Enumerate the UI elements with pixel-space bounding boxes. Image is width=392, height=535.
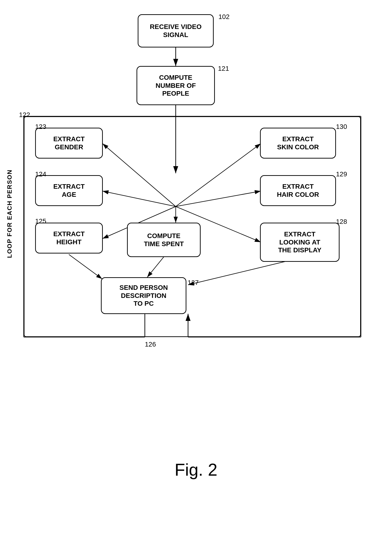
extract-skin-box: EXTRACTSKIN COLOR <box>260 128 336 159</box>
extract-looking-box: EXTRACTLOOKING ATTHE DISPLAY <box>260 223 340 262</box>
ref-102: 102 <box>218 13 230 21</box>
extract-gender-box: EXTRACTGENDER <box>35 128 103 159</box>
send-person-box: SEND PERSONDESCRIPTIONTO PC <box>101 277 186 314</box>
receive-video-box: RECEIVE VIDEO SIGNAL <box>138 14 214 47</box>
ref-122: 122 <box>19 111 30 119</box>
extract-looking-label: EXTRACTLOOKING ATTHE DISPLAY <box>278 230 321 254</box>
ref-123: 123 <box>35 123 46 131</box>
compute-time-label: COMPUTETIME SPENT <box>144 232 184 248</box>
extract-skin-label: EXTRACTSKIN COLOR <box>277 135 319 151</box>
extract-age-box: EXTRACTAGE <box>35 175 103 206</box>
figure-label: Fig. 2 <box>175 460 217 479</box>
ref-127: 127 <box>188 279 199 286</box>
receive-video-label: RECEIVE VIDEO SIGNAL <box>141 23 211 39</box>
extract-age-label: EXTRACTAGE <box>53 183 85 198</box>
loop-label: LOOP FOR EACH PERSON <box>5 166 14 261</box>
ref-126: 126 <box>145 341 156 348</box>
ref-121: 121 <box>218 65 229 72</box>
ref-124: 124 <box>35 170 46 178</box>
extract-height-box: EXTRACTHEIGHT <box>35 223 103 253</box>
ref-128: 128 <box>336 218 347 225</box>
extract-hair-label: EXTRACTHAIR COLOR <box>277 183 319 198</box>
compute-number-label: COMPUTENUMBER OFPEOPLE <box>156 74 196 98</box>
extract-gender-label: EXTRACTGENDER <box>53 135 85 151</box>
extract-hair-box: EXTRACTHAIR COLOR <box>260 175 336 206</box>
compute-number-box: COMPUTENUMBER OFPEOPLE <box>137 66 215 105</box>
ref-125: 125 <box>35 217 46 225</box>
compute-time-box: COMPUTETIME SPENT <box>127 223 201 257</box>
send-person-label: SEND PERSONDESCRIPTIONTO PC <box>119 284 168 308</box>
diagram: RECEIVE VIDEO SIGNAL 102 COMPUTENUMBER O… <box>0 0 392 498</box>
ref-129: 129 <box>336 170 347 178</box>
extract-height-label: EXTRACTHEIGHT <box>53 230 85 246</box>
ref-130: 130 <box>336 123 347 131</box>
